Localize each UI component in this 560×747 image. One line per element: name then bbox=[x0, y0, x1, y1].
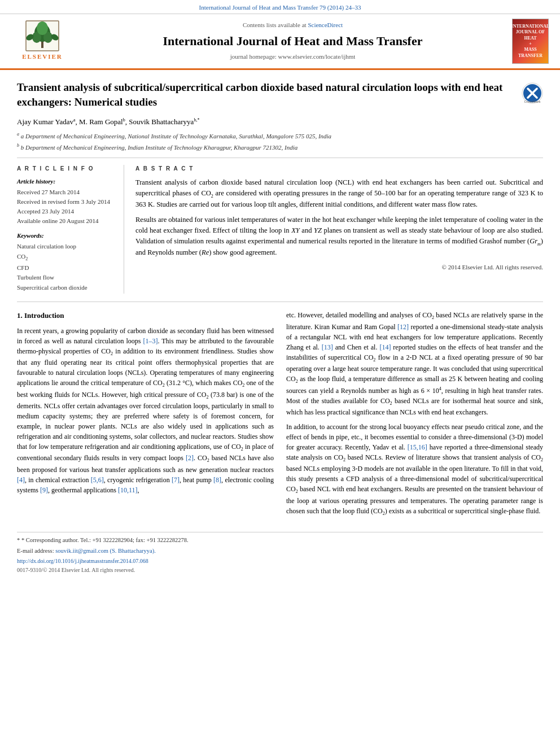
svg-text:CrossMark: CrossMark bbox=[524, 100, 541, 103]
copyright-notice: © 2014 Elsevier Ltd. All rights reserved… bbox=[135, 263, 543, 272]
body-columns: 1. Introduction In recent years, a growi… bbox=[17, 310, 543, 522]
crossmark-icon: CrossMark bbox=[522, 82, 543, 104]
title-block: Transient analysis of subcritical/superc… bbox=[17, 80, 516, 117]
article-info-col: A R T I C L E I N F O Article history: R… bbox=[17, 165, 124, 294]
history-title: Article history: bbox=[17, 177, 116, 186]
journal-homepage: journal homepage: www.elsevier.com/locat… bbox=[79, 53, 506, 62]
elsevier-wordmark: ELSEVIER bbox=[22, 53, 63, 62]
affiliation-1: a a Department of Mechanical Engineering… bbox=[17, 131, 543, 141]
keyword-5: Supercritical carbon dioxide bbox=[17, 283, 116, 292]
elsevier-logo-area: ELSEVIER bbox=[11, 20, 73, 62]
footnote-email: E-mail address: souvik.iit@gmail.com (S.… bbox=[17, 547, 543, 556]
article-info-label: A R T I C L E I N F O bbox=[17, 165, 116, 173]
history-revised: Received in revised form 3 July 2014 bbox=[17, 198, 116, 207]
keyword-1: Natural circulation loop bbox=[17, 242, 116, 251]
title-row: Transient analysis of subcritical/superc… bbox=[17, 80, 543, 117]
article-title: Transient analysis of subcritical/superc… bbox=[17, 80, 516, 111]
author1-sup: a bbox=[73, 117, 76, 123]
svg-point-6 bbox=[37, 21, 48, 35]
cover-text: INTERNATIONALJOURNAL OFHEAT+MASSTRANSFER bbox=[511, 24, 550, 59]
abstract-para-2: Results are obtained for various inlet t… bbox=[135, 215, 543, 258]
body-col-left: 1. Introduction In recent years, a growi… bbox=[17, 310, 274, 522]
intro-para-3: In addition, to account for the strong l… bbox=[286, 422, 543, 517]
section1-heading: 1. Introduction bbox=[17, 310, 274, 321]
footnote-corresponding: * * Corresponding author. Tel.: +91 3222… bbox=[17, 536, 543, 545]
article-meta-row: A R T I C L E I N F O Article history: R… bbox=[17, 158, 543, 294]
intro-para-2: etc. However, detailed modelling and ana… bbox=[286, 310, 543, 417]
footer-doi[interactable]: http://dx.doi.org/10.1016/j.ijheatmasstr… bbox=[17, 557, 543, 566]
journal-cover-thumbnail: INTERNATIONALJOURNAL OFHEAT+MASSTRANSFER bbox=[512, 19, 549, 64]
abstract-para-1: Transient analysis of carbon dioxide bas… bbox=[135, 177, 543, 210]
journal-main-title: International Journal of Heat and Mass T… bbox=[79, 32, 506, 50]
article-container: Transient analysis of subcritical/superc… bbox=[0, 70, 560, 586]
authors-line: Ajay Kumar Yadava, M. Ram Gopalb, Souvik… bbox=[17, 117, 543, 128]
abstract-col: A B S T R A C T Transient analysis of ca… bbox=[135, 165, 543, 294]
keyword-4: Turbulent flow bbox=[17, 273, 116, 282]
journal-citation: International Journal of Heat and Mass T… bbox=[199, 4, 361, 11]
body-col-right: etc. However, detailed modelling and ana… bbox=[286, 310, 543, 522]
history-online: Available online 20 August 2014 bbox=[17, 217, 116, 226]
journal-top-bar: International Journal of Heat and Mass T… bbox=[0, 0, 560, 14]
affiliation-2: b b Department of Mechanical Engineering… bbox=[17, 142, 543, 152]
section-divider bbox=[17, 302, 543, 302]
author2-sup: b bbox=[123, 117, 125, 123]
article-footer: * * Corresponding author. Tel.: +91 3222… bbox=[17, 532, 543, 575]
abstract-label: A B S T R A C T bbox=[135, 165, 543, 173]
footer-issn: 0017-9310/© 2014 Elsevier Ltd. All right… bbox=[17, 566, 543, 575]
intro-para-1: In recent years, a growing popularity of… bbox=[17, 326, 274, 495]
elsevier-tree-icon bbox=[25, 20, 59, 51]
abstract-text: Transient analysis of carbon dioxide bas… bbox=[135, 177, 543, 272]
sciencedirect-line: Contents lists available at ScienceDirec… bbox=[79, 21, 506, 30]
keywords-block: Keywords: Natural circulation loop CO2 C… bbox=[17, 231, 116, 292]
history-accepted: Accepted 23 July 2014 bbox=[17, 207, 116, 216]
author3-sup: b,* bbox=[194, 117, 199, 123]
keyword-2: CO2 bbox=[17, 252, 116, 263]
article-history-block: Article history: Received 27 March 2014 … bbox=[17, 177, 116, 226]
sciencedirect-link[interactable]: ScienceDirect bbox=[308, 21, 343, 28]
affiliations-block: a a Department of Mechanical Engineering… bbox=[17, 131, 543, 151]
journal-title-center: Contents lists available at ScienceDirec… bbox=[79, 21, 506, 62]
keyword-3: CFD bbox=[17, 264, 116, 273]
history-received: Received 27 March 2014 bbox=[17, 188, 116, 197]
keywords-label: Keywords: bbox=[17, 231, 116, 241]
journal-header: ELSEVIER Contents lists available at Sci… bbox=[0, 14, 560, 70]
